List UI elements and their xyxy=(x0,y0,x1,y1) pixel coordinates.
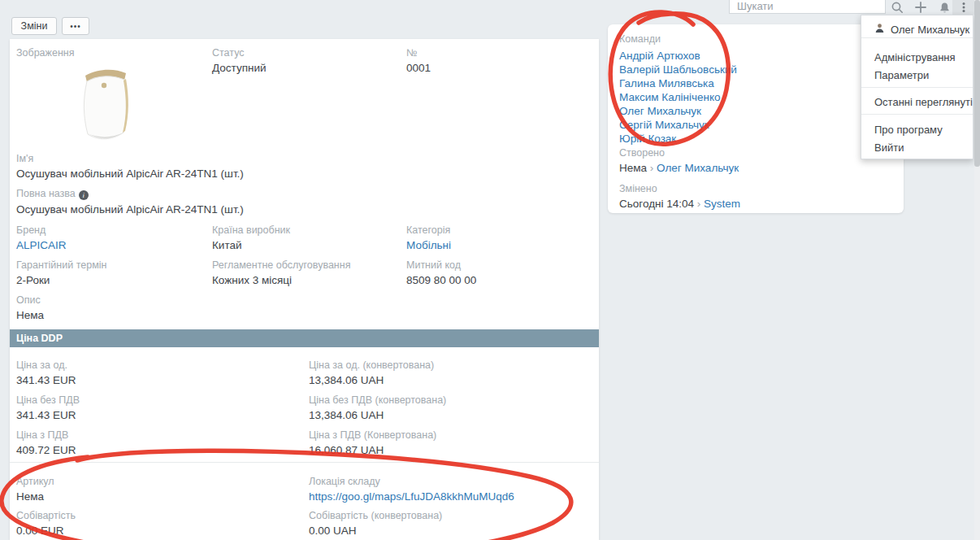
product-image xyxy=(77,66,132,147)
brand-link[interactable]: ALPICAIR xyxy=(16,239,67,252)
field-status: Статус Доступний xyxy=(212,47,267,75)
menu-item-parameters[interactable]: Параметри xyxy=(874,69,929,81)
user-avatar-icon xyxy=(874,22,885,37)
team-member-link[interactable]: Галина Милявська xyxy=(619,76,737,90)
field-created: Створено Нема › Олег Михальчук xyxy=(619,147,739,175)
menu-item-recently-viewed[interactable]: Останні переглянуті xyxy=(874,96,973,108)
scrollbar-thumb[interactable] xyxy=(974,0,980,167)
menu-divider xyxy=(861,37,973,38)
user-menu-header[interactable]: Олег Михальчук xyxy=(874,22,961,37)
field-cost-converted: Собівартість (конвертована) 0.00 UAH xyxy=(309,510,442,538)
field-sku: Артикул Нема xyxy=(16,476,54,503)
vertical-scrollbar[interactable] xyxy=(974,0,980,540)
search-icon[interactable] xyxy=(886,0,908,15)
user-menu-username: Олег Михальчук xyxy=(891,24,969,36)
field-number: № 0001 xyxy=(406,47,431,75)
user-dropdown-menu: Олег Михальчук Адміністрування Параметри… xyxy=(861,15,973,159)
kebab-menu-icon[interactable] xyxy=(952,0,975,15)
field-customs-code: Митний код 8509 80 00 00 xyxy=(406,259,476,287)
team-member-link[interactable]: Юрій Козак xyxy=(619,132,737,146)
menu-item-logout[interactable]: Вийти xyxy=(874,142,904,154)
team-member-link[interactable]: Олег Михальчук xyxy=(619,104,737,118)
field-warranty: Гарантійний термін 2-Роки xyxy=(16,259,106,287)
field-brand: Бренд ALPICAIR xyxy=(16,224,67,252)
field-modified: Змінено Сьогодні 14:04 › System xyxy=(619,183,740,211)
plus-icon[interactable] xyxy=(909,0,932,15)
field-unit-price: Ціна за од. 341.43 EUR xyxy=(16,359,76,387)
field-country: Країна виробник Китай xyxy=(212,224,290,252)
field-price-no-vat-converted: Ціна без ПДВ (конвертована) 13,384.06 UA… xyxy=(309,394,446,422)
menu-divider xyxy=(861,87,973,88)
field-image-label: Зображення xyxy=(16,47,74,59)
more-actions-button[interactable]: ••• xyxy=(62,17,89,35)
menu-divider xyxy=(861,114,973,115)
team-member-link[interactable]: Максим Калініченко xyxy=(619,90,737,104)
field-category: Категорія Мобільні xyxy=(406,224,451,252)
created-by-link[interactable]: Олег Михальчук xyxy=(657,162,739,174)
field-name: Ім'я Осушувач мобільний AlpicAir AR-24TN… xyxy=(16,153,244,181)
section-divider xyxy=(10,462,599,463)
field-price-vat: Ціна з ПДВ 409.72 EUR xyxy=(16,429,76,457)
field-maintenance: Регламентне обслуговування Кожних 3 міся… xyxy=(212,259,350,287)
team-member-link[interactable]: Андрій Артюхов xyxy=(619,49,737,63)
team-member-link[interactable]: Сергій Михальчук xyxy=(619,118,737,132)
category-link[interactable]: Мобільні xyxy=(406,239,451,252)
field-team: Команди Андрій Артюхов Валерій Шабльовсь… xyxy=(619,33,737,146)
search-input[interactable] xyxy=(729,0,886,14)
team-member-link[interactable]: Валерій Шабльовський xyxy=(619,63,737,76)
warehouse-location-link[interactable]: https://goo.gl/maps/LfuJDA8kkhMuMUqd6 xyxy=(309,490,514,503)
price-section-header: Ціна DDP xyxy=(10,329,599,347)
modified-by-link[interactable]: System xyxy=(704,198,740,210)
field-warehouse-location: Локація складу https://goo.gl/maps/LfuJD… xyxy=(309,476,514,503)
field-cost: Собівартість 0.00 EUR xyxy=(16,510,76,538)
menu-item-administration[interactable]: Адміністрування xyxy=(874,51,956,63)
info-icon: i xyxy=(79,190,89,200)
field-price-vat-converted: Ціна з ПДВ (Конвертована) 16,060.87 UAH xyxy=(309,429,436,457)
field-full-name: Повна назваi Осушувач мобільний AlpicAir… xyxy=(16,188,244,216)
field-description: Опис Нема xyxy=(16,294,44,322)
meta-panel: Команди Андрій Артюхов Валерій Шабльовсь… xyxy=(608,24,904,213)
field-unit-price-converted: Ціна за од. (конвертована) 13,384.06 UAH xyxy=(309,359,434,387)
field-price-no-vat: Ціна без ПДВ 341.43 EUR xyxy=(16,394,80,422)
edit-button[interactable]: Зміни xyxy=(11,17,57,35)
menu-item-about[interactable]: Про програму xyxy=(874,124,943,136)
product-card: Зображення Статус Доступний № 0001 Ім'я … xyxy=(10,39,599,540)
